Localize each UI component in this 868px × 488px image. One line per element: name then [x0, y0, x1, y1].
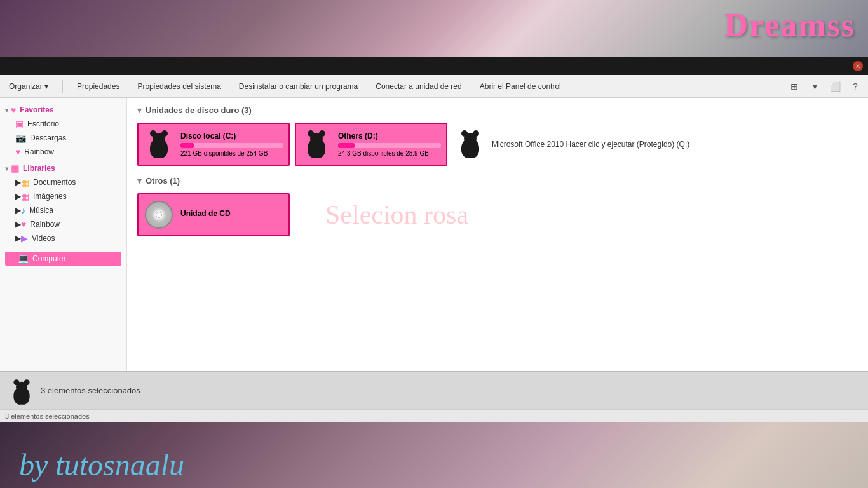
sidebar-item-documentos[interactable]: ▶ ▦ Documentos: [0, 175, 126, 189]
preview-pane-icon[interactable]: ⬜: [827, 79, 843, 94]
wallpaper-bottom: by tutosnaalu: [0, 422, 868, 488]
drive-c-icon: [144, 129, 174, 159]
drive-q-icon: [455, 129, 485, 159]
bottom-strip-text: 3 elementos seleccionados: [5, 412, 90, 420]
status-bar: 3 elementos seleccionados: [0, 371, 868, 409]
hard-drives-arrow[interactable]: ▾: [137, 105, 142, 115]
drive-c-bar: [180, 143, 194, 148]
view-dropdown-icon[interactable]: ▾: [807, 79, 822, 94]
favorites-arrow: ▾: [5, 107, 8, 114]
sidebar-item-computer[interactable]: 💻 Computer: [5, 252, 121, 266]
drive-d-icon: [301, 129, 332, 159]
sidebar-item-musica[interactable]: ▶ ♪ Música: [0, 203, 126, 217]
toolbar-divider: [62, 80, 63, 93]
otros-section-header: ▾ Otros (1): [137, 176, 858, 186]
drive-c-bar-container: [180, 143, 283, 148]
sidebar-item-rainbow-favorites[interactable]: ♥ Rainbow: [0, 145, 126, 159]
cd-center: [156, 212, 162, 218]
escritorio-icon: ▣: [15, 119, 24, 129]
libraries-section: ▾ ▦ Libraries ▶ ▦ Documentos ▶ ▦ Imágene…: [0, 161, 126, 245]
bottom-strip: 3 elementos seleccionados: [0, 409, 868, 422]
cd-drive[interactable]: Unidad de CD: [137, 193, 290, 236]
favorites-header[interactable]: ▾ ♥ Favorites: [0, 103, 126, 117]
wallpaper-top: Dreamss: [0, 0, 868, 57]
selection-rosa-text: Selecion rosa: [325, 200, 468, 230]
status-text: 3 elementos seleccionados: [41, 386, 140, 395]
toolbar-right: ⊞ ▾ ⬜ ?: [787, 79, 863, 94]
favorites-section: ▾ ♥ Favorites ▣ Escritorio 📷 Descargas ♥…: [0, 103, 126, 159]
drive-d[interactable]: Others (D:) 24.3 GB disponibles de 28.9 …: [295, 123, 447, 166]
libraries-header[interactable]: ▾ ▦ Libraries: [0, 161, 126, 175]
hard-drives-section-header: ▾ Unidades de disco duro (3): [137, 105, 858, 115]
musica-icon: ♪: [21, 205, 25, 215]
rainbow-heart-icon: ♥: [15, 147, 20, 157]
status-icon: [8, 378, 33, 403]
organize-button[interactable]: Organizar: [5, 79, 52, 93]
rainbow-libraries-icon: ♥: [21, 219, 26, 229]
by-text: by tutosnaalu: [19, 447, 184, 482]
drive-c[interactable]: Disco local (C:) 221 GB disponibles de 2…: [137, 123, 290, 166]
libraries-icon: ▦: [11, 163, 19, 173]
rainbow-arrow: ▶: [15, 220, 21, 229]
content-pane: ▾ Unidades de disco duro (3) Disco local…: [127, 98, 868, 371]
videos-icon: ▶: [21, 233, 28, 243]
drive-d-bar-container: [338, 143, 441, 148]
control-panel-button[interactable]: Abrir el Panel de control: [476, 79, 565, 93]
sidebar-item-videos[interactable]: ▶ ▶ Videos: [0, 231, 126, 245]
sidebar-item-descargas[interactable]: 📷 Descargas: [0, 131, 126, 145]
uninstall-button[interactable]: Desinstalar o cambiar un programa: [235, 79, 362, 93]
descargas-icon: 📷: [15, 133, 26, 143]
close-button[interactable]: ✕: [853, 61, 863, 71]
toolbar: Organizar Propiedades Propiedades del si…: [0, 75, 868, 98]
cd-drive-info: Unidad de CD: [180, 209, 283, 220]
cd-disc-icon: [145, 201, 173, 229]
drive-c-info: Disco local (C:) 221 GB disponibles de 2…: [180, 132, 283, 157]
otros-row: Unidad de CD Selecion rosa: [137, 193, 858, 236]
sidebar-item-rainbow-libraries[interactable]: ▶ ♥ Rainbow: [0, 217, 126, 231]
libraries-arrow: ▾: [5, 165, 8, 172]
system-properties-button[interactable]: Propiedades del sistema: [133, 79, 224, 93]
help-icon[interactable]: ?: [848, 79, 863, 94]
drive-q[interactable]: Microsoft Office 2010 Hacer clic y ejecu…: [452, 123, 692, 166]
main-area: ▾ ♥ Favorites ▣ Escritorio 📷 Descargas ♥…: [0, 98, 868, 371]
view-toggle-icon[interactable]: ⊞: [787, 79, 802, 94]
favorites-icon: ♥: [11, 105, 16, 115]
drive-d-info: Others (D:) 24.3 GB disponibles de 28.9 …: [338, 132, 441, 157]
sidebar-item-imagenes[interactable]: ▶ ▦ Imágenes: [0, 189, 126, 203]
connect-drive-button[interactable]: Conectar a unidad de red: [372, 79, 465, 93]
dreamss-logo: Dreamss: [724, 6, 855, 44]
cd-drive-icon: [144, 200, 174, 230]
otros-arrow[interactable]: ▾: [137, 176, 142, 186]
drives-grid: Disco local (C:) 221 GB disponibles de 2…: [137, 123, 858, 166]
imagenes-arrow: ▶: [15, 192, 21, 201]
documentos-icon: ▦: [21, 177, 29, 187]
window-chrome: ✕: [0, 57, 868, 75]
properties-button[interactable]: Propiedades: [73, 79, 123, 93]
videos-arrow: ▶: [15, 234, 21, 243]
drive-q-text: Microsoft Office 2010 Hacer clic y ejecu…: [492, 139, 689, 150]
drive-d-bar: [338, 143, 355, 148]
musica-arrow: ▶: [15, 206, 21, 215]
sidebar-item-escritorio[interactable]: ▣ Escritorio: [0, 117, 126, 131]
computer-icon: 💻: [18, 254, 29, 264]
documentos-arrow: ▶: [15, 178, 21, 187]
sidebar: ▾ ♥ Favorites ▣ Escritorio 📷 Descargas ♥…: [0, 98, 127, 371]
imagenes-icon: ▦: [21, 191, 29, 201]
